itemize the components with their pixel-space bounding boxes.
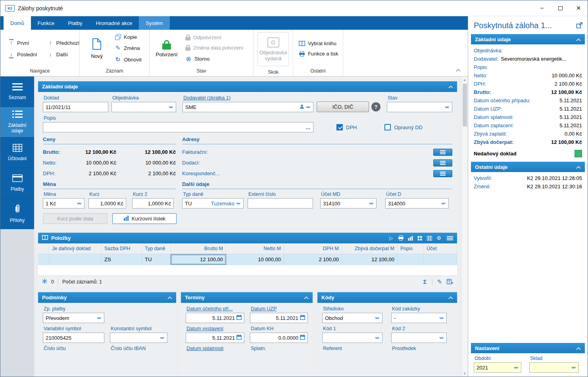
last-button[interactable]: Poslední (7, 51, 39, 58)
column-header[interactable]: Netto M (226, 243, 284, 254)
dodavatel-label[interactable]: Dodavatel (zkratka 1) (183, 95, 313, 101)
column-header[interactable]: Účet (424, 243, 457, 254)
chevron-down-icon[interactable] (571, 365, 576, 371)
cell-brutto[interactable]: 12 100,00 (171, 254, 226, 265)
cell-ucet[interactable] (424, 254, 457, 265)
columns-icon[interactable] (426, 236, 432, 241)
tab-hromadne-akce[interactable]: Hromadné akce (89, 16, 139, 30)
collapse-chevron-icon[interactable] (576, 345, 581, 351)
tab-domu[interactable]: Domů (4, 16, 31, 30)
collapse-chevron-icon[interactable] (448, 295, 453, 300)
datum-uzp-field[interactable]: 5.11.2021 (250, 313, 308, 323)
datum-ucetniho-field[interactable]: 5.11.2021 (186, 313, 244, 323)
column-header[interactable]: Je daňový doklad (49, 243, 102, 254)
vertical-scrollbar[interactable] (461, 77, 468, 377)
chevron-down-icon[interactable] (97, 315, 102, 321)
zp-platby-field[interactable]: Převodem (43, 313, 104, 323)
ucet-md-field[interactable]: 314100 (320, 198, 377, 209)
edit-button[interactable]: Změna (113, 44, 143, 52)
print-icon[interactable] (398, 235, 404, 241)
collapse-chevron-icon[interactable] (304, 295, 309, 300)
opravny-dd-checkbox[interactable] (384, 124, 391, 130)
cell-typ-dane[interactable]: TU (142, 254, 171, 265)
next-button[interactable]: Další (46, 51, 81, 58)
kurz2-field[interactable]: 1,0000 Kč (132, 198, 174, 209)
sidebar-item-seznam[interactable]: Seznam (0, 77, 34, 107)
address-menu-button[interactable] (433, 170, 452, 177)
sidebar-item-prilohy[interactable]: Přílohy (0, 199, 34, 229)
typ-dane-field[interactable]: TUTuzemsko (182, 198, 244, 209)
column-header[interactable]: Brutto M (171, 243, 226, 254)
cell-sazba-dph[interactable]: ZS (102, 254, 142, 265)
refresh-button[interactable]: Obnovit (113, 55, 143, 63)
row-selector-cell[interactable] (38, 254, 49, 265)
stav-field[interactable] (387, 102, 452, 112)
cell-zbyva-docerpat[interactable]: 12 100,00 (342, 254, 398, 265)
chevron-down-icon[interactable] (441, 201, 446, 207)
calendar-icon[interactable] (300, 315, 305, 321)
ellipsis-button[interactable] (306, 124, 311, 130)
calendar-icon[interactable] (236, 315, 242, 321)
confirm-button[interactable]: Potvrzení (154, 40, 180, 57)
run-icon[interactable] (388, 235, 394, 241)
tab-funkce[interactable]: Funkce (31, 16, 61, 30)
polozky-header[interactable]: Položky (38, 233, 457, 243)
kod-zakazky-field[interactable]: - (391, 313, 447, 323)
address-menu-button[interactable] (433, 149, 452, 156)
mena-field[interactable]: 1 Kč (43, 198, 85, 209)
sidebar-item-zakladni-udaje[interactable]: Základní údaje (0, 107, 34, 138)
scroll-up-icon[interactable] (461, 77, 468, 83)
dodavatel-field[interactable]: SME (183, 102, 313, 112)
chevron-down-icon[interactable] (514, 365, 519, 371)
chevron-down-icon[interactable] (445, 104, 450, 110)
column-header[interactable]: Sazba DPH (102, 243, 142, 254)
panel-header-nastaveni[interactable]: Nastavení (471, 343, 585, 353)
scrollbar-thumb[interactable] (463, 84, 467, 126)
dph-checkbox[interactable] (336, 124, 343, 130)
grid-menu-icon[interactable] (447, 236, 453, 240)
table-row[interactable]: ZS TU 12 100,00 10 000,00 2 100,00 12 10… (38, 254, 457, 265)
chevron-down-icon[interactable] (160, 335, 165, 341)
expand-icon[interactable] (576, 22, 583, 30)
calendar-icon[interactable] (236, 335, 242, 341)
copy-button[interactable]: Kopie (113, 34, 143, 40)
collapse-chevron-icon[interactable] (448, 84, 453, 90)
cell-je-danovy[interactable] (49, 254, 102, 265)
variabilni-symbol-field[interactable]: 210005425 (43, 333, 104, 343)
kurz-field[interactable]: 1,0000 Kč (88, 198, 126, 209)
konstantni-symbol-field[interactable] (110, 333, 167, 343)
chevron-down-icon[interactable] (439, 335, 444, 341)
cell-dph[interactable]: 2 100,00 (284, 254, 342, 265)
calendar-icon[interactable] (300, 335, 305, 341)
cell-popis[interactable] (398, 254, 424, 265)
sidebar-item-platby[interactable]: Platby (0, 168, 34, 199)
chevron-down-icon[interactable] (306, 104, 311, 110)
column-header[interactable]: Popis (398, 243, 424, 254)
close-button[interactable] (569, 0, 588, 16)
popis-field[interactable] (43, 122, 313, 132)
new-button[interactable]: Nový (84, 38, 110, 59)
sum-icon[interactable] (422, 278, 428, 285)
chevron-down-icon[interactable] (236, 201, 241, 207)
sidebar-item-uctovani[interactable]: Účtování (0, 138, 34, 168)
chevron-down-icon[interactable] (375, 335, 380, 341)
chevron-down-icon[interactable] (369, 201, 374, 207)
obdobi-field[interactable]: 2021 (474, 362, 521, 373)
scroll-down-icon[interactable] (461, 370, 468, 377)
column-header[interactable]: Zbývá dočerpat M (342, 243, 398, 254)
grid-add-icon[interactable] (447, 279, 453, 284)
help-icon[interactable] (371, 102, 380, 111)
settings-gear-icon[interactable] (436, 235, 442, 241)
ucet-d-field[interactable]: 314000 (385, 198, 449, 209)
apps-icon[interactable] (417, 236, 423, 241)
collapse-chevron-icon[interactable] (167, 295, 172, 300)
column-header[interactable]: DPH M (284, 243, 342, 254)
kody-header[interactable]: Kódy (317, 292, 457, 303)
address-menu-button[interactable] (433, 159, 452, 166)
kod1-field[interactable] (322, 333, 382, 343)
ribbon-collapse-icon[interactable] (456, 67, 461, 73)
first-button[interactable]: První (7, 40, 39, 46)
objednavka-field[interactable] (111, 102, 176, 112)
ico-dic-button[interactable]: IČO, DIČ (317, 101, 369, 112)
terminy-header[interactable]: Termíny (181, 292, 313, 303)
